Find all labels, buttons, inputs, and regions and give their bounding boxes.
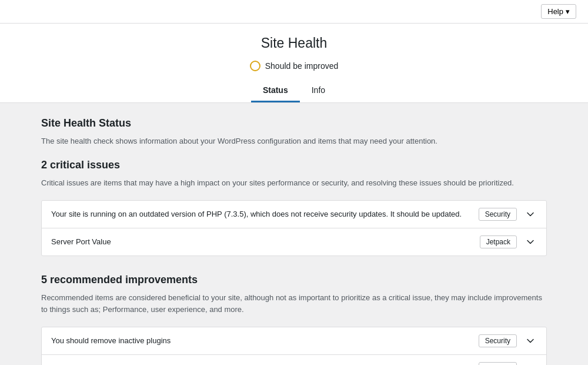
status-text: Should be improved	[265, 61, 339, 71]
help-label: Help	[547, 7, 563, 16]
critical-section-title: 2 critical issues	[41, 159, 547, 171]
chevron-down-icon	[526, 210, 534, 218]
tab-status[interactable]: Status	[251, 81, 300, 102]
status-circle-icon	[250, 61, 260, 71]
recommended-issue-row-1: You should remove inactive plugins Secur…	[42, 327, 546, 355]
top-bar: Help ▾	[0, 0, 588, 24]
recommended-section-title: 5 recommended improvements	[41, 274, 547, 286]
critical-section-description: Critical issues are items that may have …	[41, 177, 547, 189]
recommended-section-description: Recommended items are considered benefic…	[41, 292, 547, 315]
critical-issue-expand-2[interactable]	[524, 235, 537, 248]
critical-issue-expand-1[interactable]	[524, 208, 537, 221]
status-section-title: Site Health Status	[41, 117, 547, 130]
tabs: Status Info	[12, 81, 576, 102]
tab-info[interactable]: Info	[300, 81, 337, 102]
page-title: Site Health	[12, 35, 576, 51]
recommended-issue-row-2: You should remove inactive themes Securi…	[42, 355, 546, 365]
recommended-issue-badge-1: Security	[479, 334, 517, 347]
recommended-issue-expand-1[interactable]	[524, 334, 537, 347]
critical-section: 2 critical issues Critical issues are it…	[41, 159, 547, 257]
critical-issue-row-2: Server Port Value Jetpack	[42, 228, 546, 256]
critical-issue-text-2: Server Port Value	[51, 237, 473, 247]
main-content: Site Health Status The site health check…	[29, 103, 559, 365]
critical-issue-row-1: Your site is running on an outdated vers…	[42, 201, 546, 228]
recommended-issues-box: You should remove inactive plugins Secur…	[41, 327, 547, 365]
critical-issues-box: Your site is running on an outdated vers…	[41, 200, 547, 256]
status-section-description: The site health check shows information …	[41, 135, 547, 147]
status-section: Site Health Status The site health check…	[41, 117, 547, 147]
status-indicator: Should be improved	[12, 61, 576, 71]
chevron-down-icon	[526, 337, 534, 345]
help-chevron: ▾	[566, 7, 570, 16]
recommended-issue-expand-2[interactable]	[524, 362, 537, 365]
recommended-issue-badge-2: Security	[479, 362, 517, 365]
critical-issue-text-1: Your site is running on an outdated vers…	[51, 209, 472, 220]
header-section: Site Health Should be improved Status In…	[0, 24, 588, 103]
chevron-down-icon	[526, 238, 534, 246]
recommended-issue-text-1: You should remove inactive plugins	[51, 336, 472, 346]
critical-issue-badge-2: Jetpack	[480, 235, 517, 248]
critical-issue-badge-1: Security	[479, 208, 517, 221]
help-button[interactable]: Help ▾	[541, 4, 576, 19]
recommended-section: 5 recommended improvements Recommended i…	[41, 274, 547, 365]
